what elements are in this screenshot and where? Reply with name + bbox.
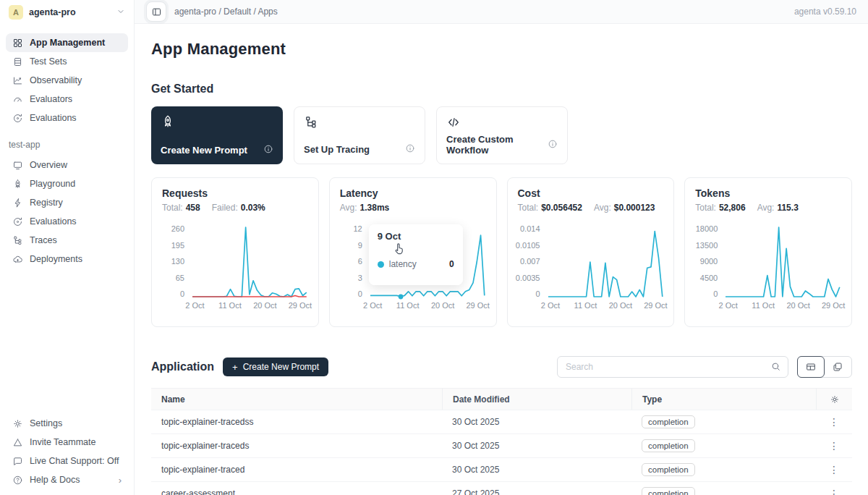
card-view-button[interactable] (824, 357, 851, 377)
type-badge: completion (642, 487, 695, 495)
stat-summary: Total:458 Failed:0.03% (162, 203, 308, 213)
sidebar-item-label: Test Sets (30, 56, 67, 67)
create-new-prompt-card[interactable]: Create New Prompt (151, 106, 283, 164)
sidebar-item-label: App Management (30, 38, 105, 48)
sidebar-item-label: Evaluators (30, 94, 72, 104)
table-row[interactable]: topic-explainer-traceds 30 Oct 2025 comp… (151, 434, 852, 458)
workspace-name: agenta-pro (29, 7, 111, 17)
table-row[interactable]: career-assessment 27 Oct 2025 completion… (151, 482, 852, 495)
column-settings-icon[interactable] (816, 389, 852, 410)
gear-icon (12, 418, 23, 429)
cursor-pointer-icon (392, 242, 407, 259)
table-row[interactable]: topic-explainer-tracedss 30 Oct 2025 com… (151, 410, 852, 434)
version-label: agenta v0.59.10 (794, 7, 856, 17)
cost-chart: 0.0140.01050.0070.00350 2 Oct11 Oct20 Oc… (518, 224, 664, 298)
app-root: A agenta-pro App Management Test Sets Ob… (0, 0, 868, 495)
table-rows-icon (12, 56, 23, 67)
get-started-cards: Create New Prompt Set Up Tracing Create … (151, 106, 852, 164)
lightning-icon (12, 198, 23, 208)
sidebar-item-registry[interactable]: Registry (6, 193, 128, 212)
sidebar: A agenta-pro App Management Test Sets Ob… (0, 0, 135, 495)
monitor-icon (12, 160, 23, 171)
circular-arrow-icon (12, 113, 23, 124)
column-header-type[interactable]: Type (631, 389, 816, 410)
apps-table: Name Date Modified Type topic-explainer-… (151, 388, 852, 495)
app-name: topic-explainer-tracedss (151, 417, 442, 427)
sidebar-item-invite-teammate[interactable]: Invite Teammate (6, 433, 128, 452)
application-header: Application + Create New Prompt (151, 356, 852, 378)
sidebar-item-evaluators[interactable]: Evaluators (6, 90, 128, 109)
sidebar-item-observability[interactable]: Observability (6, 71, 128, 90)
sidebar-toggle-button[interactable] (146, 1, 166, 22)
row-menu-icon[interactable]: ⋮ (829, 488, 839, 495)
stat-summary: Total:52,806 Avg:115.3 (695, 203, 841, 213)
view-toggle (797, 356, 852, 378)
row-menu-icon[interactable]: ⋮ (829, 440, 839, 452)
sidebar-item-evaluations-app[interactable]: Evaluations (6, 212, 128, 231)
tokens-stat-card: Tokens Total:52,806 Avg:115.3 1800013500… (684, 177, 852, 327)
sidebar-item-settings[interactable]: Settings (6, 414, 128, 433)
app-date-modified: 30 Oct 2025 (442, 441, 631, 451)
triangle-icon (12, 437, 23, 448)
sidebar-layout-icon (151, 7, 162, 17)
sidebar-item-traces[interactable]: Traces (6, 231, 128, 250)
type-badge: completion (642, 415, 695, 428)
stat-title: Requests (162, 187, 308, 199)
sidebar-item-test-sets[interactable]: Test Sets (6, 52, 128, 71)
search-input[interactable] (557, 356, 788, 378)
sidebar-item-label: Evaluations (30, 216, 77, 227)
requests-stat-card: Requests Total:458 Failed:0.03% 26019513… (151, 177, 319, 327)
column-header-name[interactable]: Name (151, 394, 442, 405)
workspace-selector[interactable]: A agenta-pro (6, 0, 128, 24)
sidebar-item-playground[interactable]: Playground (6, 174, 128, 193)
card-label: Create New Prompt (161, 145, 247, 156)
stat-title: Cost (518, 187, 664, 199)
column-header-date-modified[interactable]: Date Modified (442, 389, 631, 410)
table-row[interactable]: topic-explainer-traced 30 Oct 2025 compl… (151, 458, 852, 482)
chart-plot[interactable]: 2 Oct11 Oct20 Oct29 Oct (547, 224, 664, 298)
x-axis-ticks: 2 Oct11 Oct20 Oct29 Oct (547, 301, 664, 312)
chart-plot[interactable]: 2 Oct11 Oct20 Oct29 Oct (191, 224, 308, 298)
chat-bubble-icon (12, 456, 23, 467)
card-label: Create Custom Workflow (446, 134, 548, 156)
stat-title: Tokens (695, 187, 841, 199)
sidebar-item-label: Evaluations (30, 113, 77, 123)
chart-plot[interactable]: 2 Oct11 Oct20 Oct29 Oct (724, 224, 841, 298)
create-custom-workflow-card[interactable]: Create Custom Workflow (436, 106, 568, 164)
sidebar-item-evaluations[interactable]: Evaluations (6, 109, 128, 127)
create-new-prompt-button[interactable]: + Create New Prompt (223, 358, 328, 376)
sidebar-item-overview[interactable]: Overview (6, 156, 128, 174)
tooltip-series-row: latency 0 (378, 259, 454, 269)
sidebar-item-deployments[interactable]: Deployments (6, 250, 128, 268)
tokens-chart: 1800013500900045000 2 Oct11 Oct20 Oct29 … (695, 224, 841, 298)
row-menu-icon[interactable]: ⋮ (829, 464, 839, 475)
sidebar-item-label: Overview (30, 160, 67, 170)
search-icon[interactable] (770, 361, 781, 375)
set-up-tracing-card[interactable]: Set Up Tracing (294, 106, 425, 164)
sidebar-item-live-chat[interactable]: Live Chat Support: Off (6, 452, 128, 470)
tooltip-series-name: latency (389, 259, 417, 269)
sidebar-item-label: Settings (30, 418, 62, 428)
chart-tooltip: 9 Oct latency 0 (369, 224, 463, 285)
chevron-right-icon: › (119, 475, 122, 486)
row-menu-icon[interactable]: ⋮ (829, 416, 839, 428)
stat-title: Latency (340, 187, 486, 199)
app-name: career-assessment (151, 488, 442, 495)
app-date-modified: 30 Oct 2025 (442, 417, 631, 427)
info-icon[interactable] (548, 139, 558, 151)
cost-stat-card: Cost Total:$0.056452 Avg:$0.000123 0.014… (507, 177, 675, 327)
topbar: agenta-pro / Default / Apps agenta v0.59… (135, 0, 868, 24)
sidebar-app-group-label: test-app (9, 140, 125, 150)
y-axis-ticks: 0.0140.01050.0070.00350 (518, 224, 547, 298)
info-icon[interactable] (263, 144, 273, 156)
sidebar-item-help-docs[interactable]: Help & Docs › (6, 470, 128, 489)
breadcrumb: agenta-pro / Default / Apps (174, 7, 278, 17)
tracing-tree-icon (304, 115, 415, 132)
sidebar-item-label: Deployments (30, 254, 82, 264)
sidebar-item-app-management[interactable]: App Management (6, 33, 128, 52)
rocket-icon (161, 114, 273, 132)
tree-icon (12, 235, 23, 246)
info-icon[interactable] (405, 143, 415, 156)
table-view-button[interactable] (797, 356, 825, 378)
card-label: Set Up Tracing (304, 144, 370, 155)
